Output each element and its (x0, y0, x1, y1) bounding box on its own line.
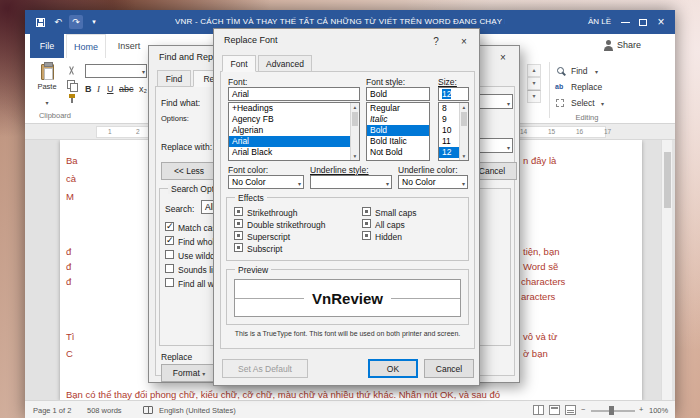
hidden-checkbox[interactable] (362, 231, 371, 240)
tab-home[interactable]: Home (66, 34, 106, 58)
tab-find[interactable]: Find (157, 70, 191, 87)
font-style-list[interactable]: Regular Italic Bold Bold Italic Not Bold (366, 102, 430, 161)
print-layout-icon[interactable] (549, 405, 560, 415)
small-caps-checkbox[interactable] (362, 207, 371, 216)
page-indicator[interactable]: Page 1 of 2 (33, 406, 71, 415)
size-input[interactable]: 12 (438, 87, 469, 101)
scroll-down-icon[interactable]: ▾ (351, 153, 359, 159)
copy-icon[interactable] (67, 80, 77, 90)
font-style-input[interactable]: Bold (366, 87, 430, 101)
underline-color-label: Underline color: (398, 165, 458, 175)
strikethrough-button[interactable]: abc (119, 84, 134, 94)
select-button[interactable]: Select (571, 98, 595, 108)
font-list-scrollbar[interactable]: ▴▾ (350, 103, 359, 160)
font-name-combo[interactable] (85, 64, 147, 78)
underline-button[interactable]: U (107, 84, 114, 94)
font-color-select[interactable]: No Color (228, 175, 304, 189)
undo-icon[interactable] (51, 15, 65, 29)
scroll-down-icon[interactable]: ▾ (460, 153, 468, 159)
size-list[interactable]: 8 9 10 11 12 ▴▾ (438, 102, 469, 161)
sounds-like-checkbox[interactable] (165, 264, 174, 273)
cut-icon[interactable] (67, 66, 77, 76)
close-icon[interactable]: × (489, 48, 517, 66)
font-item[interactable]: Algerian (229, 125, 359, 136)
redo-icon[interactable] (69, 15, 83, 29)
zoom-out-button[interactable]: − (581, 405, 585, 414)
wildcards-checkbox[interactable] (165, 250, 174, 259)
replace-button[interactable]: Replace (571, 82, 602, 92)
match-case-checkbox[interactable] (165, 222, 174, 231)
help-icon[interactable]: ? (423, 31, 449, 51)
whole-words-checkbox[interactable] (165, 236, 174, 245)
scrollbar-thumb[interactable] (664, 152, 671, 208)
quick-access-dropdown-icon[interactable] (87, 15, 101, 29)
tab-file[interactable]: File (30, 34, 64, 58)
ok-button[interactable]: OK (368, 359, 418, 378)
bold-button[interactable]: B (85, 84, 92, 94)
font-item[interactable]: +Headings (229, 103, 359, 114)
set-as-default-button[interactable]: Set As Default (222, 359, 308, 378)
zoom-slider-thumb[interactable] (609, 406, 614, 415)
styles-scroll-down-icon[interactable]: ▾ (527, 77, 541, 90)
doc-text-fragment: n đây là (523, 155, 556, 166)
italic-button[interactable]: I (97, 84, 100, 94)
subscript-checkbox[interactable] (234, 243, 243, 252)
share-button[interactable]: Share (617, 40, 641, 50)
small-caps-label: Small caps (375, 208, 417, 218)
proofing-icon[interactable] (143, 406, 153, 414)
word-forms-checkbox[interactable] (165, 278, 174, 287)
scroll-up-icon[interactable]: ▴ (460, 104, 468, 110)
style-item-selected[interactable]: Bold (367, 125, 429, 136)
search-label: Search: (165, 204, 194, 214)
font-input[interactable]: Arial (228, 87, 360, 101)
superscript-checkbox[interactable] (234, 231, 243, 240)
style-item[interactable]: Bold Italic (367, 136, 429, 147)
less-button[interactable]: << Less (161, 162, 217, 180)
double-strikethrough-checkbox[interactable] (234, 219, 243, 228)
zoom-in-button[interactable]: + (639, 405, 643, 414)
font-item-selected[interactable]: Arial (229, 136, 359, 147)
read-mode-icon[interactable] (533, 405, 544, 415)
underline-style-select[interactable] (310, 175, 392, 189)
minimize-button[interactable] (617, 14, 633, 30)
web-layout-icon[interactable] (565, 405, 576, 415)
style-item[interactable]: Not Bold (367, 147, 429, 158)
ruler-number: 15 (548, 128, 555, 135)
tab-font[interactable]: Font (222, 55, 256, 72)
style-item[interactable]: Italic (367, 114, 429, 125)
size-list-scrollbar[interactable]: ▴▾ (459, 103, 468, 160)
cancel-button[interactable]: Cancel (424, 359, 474, 378)
tab-insert[interactable]: Insert (108, 34, 150, 58)
replace-with-dropdown-icon[interactable] (507, 141, 510, 153)
find-what-dropdown-icon[interactable] (507, 97, 510, 109)
font-item[interactable]: Arial Black (229, 147, 359, 158)
language-indicator[interactable]: English (United States) (159, 406, 236, 415)
select-dropdown-icon[interactable] (601, 98, 604, 108)
format-painter-icon[interactable] (67, 94, 77, 104)
find-dropdown-icon[interactable] (595, 66, 598, 76)
underline-color-select[interactable]: No Color (398, 175, 468, 189)
font-list[interactable]: +Headings Agency FB Algerian Arial Arial… (228, 102, 360, 161)
find-button[interactable]: Find (571, 66, 588, 76)
format-button[interactable]: Format (161, 364, 217, 382)
maximize-button[interactable] (635, 14, 651, 30)
font-item[interactable]: Agency FB (229, 114, 359, 125)
save-icon[interactable] (33, 15, 47, 29)
subscript-button[interactable]: x₂ (139, 84, 147, 94)
styles-gallery-expand-icon[interactable]: ▾ (527, 90, 541, 103)
doc-text-fragment: Tì (66, 331, 74, 342)
strikethrough-checkbox[interactable] (234, 207, 243, 216)
document-scrollbar[interactable] (661, 140, 672, 400)
paste-button[interactable]: Paste (33, 62, 61, 114)
zoom-level[interactable]: 100% (649, 406, 668, 415)
styles-scroll-up-icon[interactable]: ▴ (527, 64, 541, 77)
find-icon (557, 67, 564, 74)
all-caps-checkbox[interactable] (362, 219, 371, 228)
scroll-up-icon[interactable]: ▴ (351, 104, 359, 110)
style-item[interactable]: Regular (367, 103, 429, 114)
tab-advanced[interactable]: Advanced (258, 55, 312, 72)
word-count[interactable]: 508 words (87, 406, 122, 415)
font-style-label: Font style: (366, 77, 405, 87)
close-button[interactable] (653, 14, 669, 30)
close-icon[interactable]: × (451, 31, 477, 51)
